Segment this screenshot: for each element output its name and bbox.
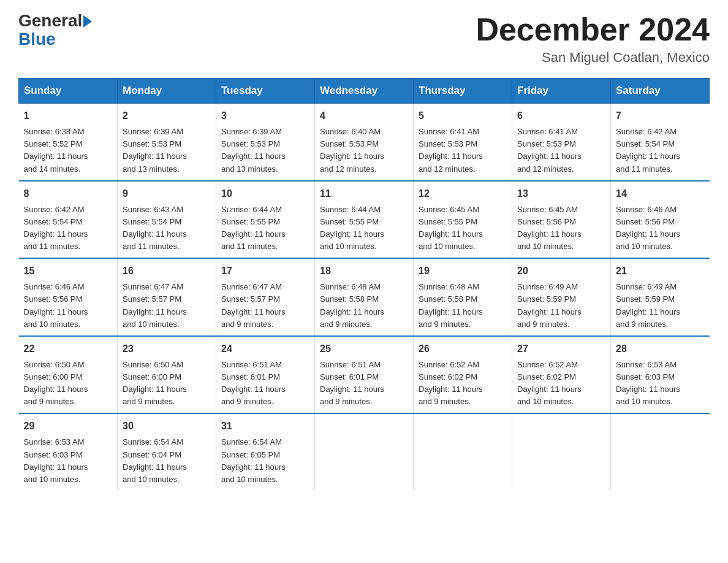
- calendar-cell: 1Sunrise: 6:38 AMSunset: 5:52 PMDaylight…: [19, 104, 118, 181]
- day-info: Sunrise: 6:45 AMSunset: 5:55 PMDaylight:…: [419, 204, 507, 253]
- day-info: Sunrise: 6:50 AMSunset: 6:00 PMDaylight:…: [123, 359, 211, 408]
- calendar-cell: [414, 413, 512, 491]
- logo: General Blue: [18, 12, 92, 49]
- calendar-cell: [611, 413, 710, 491]
- col-wednesday: Wednesday: [315, 79, 414, 104]
- calendar-cell: 10Sunrise: 6:44 AMSunset: 5:55 PMDayligh…: [216, 181, 315, 259]
- day-info: Sunrise: 6:48 AMSunset: 5:58 PMDaylight:…: [320, 281, 408, 331]
- day-info: Sunrise: 6:50 AMSunset: 6:00 PMDaylight:…: [24, 359, 113, 408]
- calendar-cell: 31Sunrise: 6:54 AMSunset: 6:05 PMDayligh…: [216, 413, 315, 491]
- day-number: 29: [24, 419, 113, 434]
- day-number: 13: [517, 186, 605, 201]
- calendar-cell: 12Sunrise: 6:45 AMSunset: 5:55 PMDayligh…: [414, 181, 512, 259]
- day-number: 15: [24, 264, 113, 278]
- day-number: 25: [320, 342, 408, 356]
- day-number: 3: [221, 109, 309, 123]
- page-header: General Blue December 2024 San Miguel Co…: [18, 12, 710, 66]
- day-info: Sunrise: 6:54 AMSunset: 6:04 PMDaylight:…: [123, 436, 211, 486]
- day-info: Sunrise: 6:46 AMSunset: 5:56 PMDaylight:…: [616, 204, 705, 253]
- day-info: Sunrise: 6:39 AMSunset: 5:53 PMDaylight:…: [123, 126, 211, 175]
- day-number: 9: [123, 186, 211, 201]
- calendar-cell: 29Sunrise: 6:53 AMSunset: 6:03 PMDayligh…: [19, 413, 118, 491]
- location-title: San Miguel Coatlan, Mexico: [476, 50, 710, 66]
- calendar-week-1: 1Sunrise: 6:38 AMSunset: 5:52 PMDaylight…: [19, 104, 710, 181]
- calendar-header: Sunday Monday Tuesday Wednesday Thursday…: [19, 79, 710, 104]
- day-info: Sunrise: 6:44 AMSunset: 5:55 PMDaylight:…: [320, 204, 408, 253]
- calendar-week-3: 15Sunrise: 6:46 AMSunset: 5:56 PMDayligh…: [19, 258, 710, 336]
- day-info: Sunrise: 6:49 AMSunset: 5:59 PMDaylight:…: [616, 281, 705, 331]
- calendar-cell: 14Sunrise: 6:46 AMSunset: 5:56 PMDayligh…: [611, 181, 710, 259]
- day-number: 18: [320, 264, 408, 278]
- logo-blue: Blue: [18, 29, 92, 49]
- day-number: 1: [24, 109, 113, 123]
- col-thursday: Thursday: [414, 79, 512, 104]
- day-number: 19: [419, 264, 507, 278]
- calendar-cell: 20Sunrise: 6:49 AMSunset: 5:59 PMDayligh…: [512, 258, 611, 336]
- calendar-cell: 25Sunrise: 6:51 AMSunset: 6:01 PMDayligh…: [315, 336, 414, 414]
- calendar-week-5: 29Sunrise: 6:53 AMSunset: 6:03 PMDayligh…: [19, 413, 710, 491]
- day-info: Sunrise: 6:51 AMSunset: 6:01 PMDaylight:…: [221, 359, 309, 408]
- calendar-cell: 3Sunrise: 6:39 AMSunset: 5:53 PMDaylight…: [216, 104, 315, 181]
- day-info: Sunrise: 6:52 AMSunset: 6:02 PMDaylight:…: [419, 359, 507, 408]
- day-number: 11: [320, 186, 408, 201]
- calendar-week-2: 8Sunrise: 6:42 AMSunset: 5:54 PMDaylight…: [19, 181, 710, 259]
- day-number: 14: [616, 186, 705, 201]
- day-number: 2: [123, 109, 211, 123]
- day-number: 8: [24, 186, 113, 201]
- calendar-cell: 22Sunrise: 6:50 AMSunset: 6:00 PMDayligh…: [19, 336, 118, 414]
- day-number: 20: [517, 264, 605, 278]
- day-info: Sunrise: 6:41 AMSunset: 5:53 PMDaylight:…: [517, 126, 605, 175]
- header-row: Sunday Monday Tuesday Wednesday Thursday…: [19, 79, 710, 104]
- calendar-cell: 15Sunrise: 6:46 AMSunset: 5:56 PMDayligh…: [19, 258, 118, 336]
- day-number: 23: [123, 342, 211, 356]
- calendar-cell: 26Sunrise: 6:52 AMSunset: 6:02 PMDayligh…: [414, 336, 512, 414]
- calendar-cell: 4Sunrise: 6:40 AMSunset: 5:53 PMDaylight…: [315, 104, 414, 181]
- day-info: Sunrise: 6:41 AMSunset: 5:53 PMDaylight:…: [419, 126, 507, 175]
- day-info: Sunrise: 6:44 AMSunset: 5:55 PMDaylight:…: [221, 204, 309, 253]
- calendar-cell: 27Sunrise: 6:52 AMSunset: 6:02 PMDayligh…: [512, 336, 611, 414]
- calendar-cell: 17Sunrise: 6:47 AMSunset: 5:57 PMDayligh…: [216, 258, 315, 336]
- day-info: Sunrise: 6:40 AMSunset: 5:53 PMDaylight:…: [320, 126, 408, 175]
- day-info: Sunrise: 6:39 AMSunset: 5:53 PMDaylight:…: [221, 126, 309, 175]
- title-block: December 2024 San Miguel Coatlan, Mexico: [476, 12, 710, 66]
- day-number: 7: [616, 109, 705, 123]
- calendar-cell: 11Sunrise: 6:44 AMSunset: 5:55 PMDayligh…: [315, 181, 414, 259]
- calendar-week-4: 22Sunrise: 6:50 AMSunset: 6:00 PMDayligh…: [19, 336, 710, 414]
- calendar-cell: 6Sunrise: 6:41 AMSunset: 5:53 PMDaylight…: [512, 104, 611, 181]
- day-number: 6: [517, 109, 605, 123]
- col-saturday: Saturday: [611, 79, 710, 104]
- calendar-table: Sunday Monday Tuesday Wednesday Thursday…: [18, 78, 710, 491]
- day-number: 26: [419, 342, 507, 356]
- day-info: Sunrise: 6:38 AMSunset: 5:52 PMDaylight:…: [24, 126, 113, 175]
- day-number: 22: [24, 342, 113, 356]
- logo-general: General: [18, 12, 82, 29]
- calendar-cell: 13Sunrise: 6:45 AMSunset: 5:56 PMDayligh…: [512, 181, 611, 259]
- day-number: 10: [221, 186, 309, 201]
- day-number: 31: [221, 419, 309, 434]
- month-title: December 2024: [476, 12, 710, 47]
- col-tuesday: Tuesday: [216, 79, 315, 104]
- day-info: Sunrise: 6:45 AMSunset: 5:56 PMDaylight:…: [517, 204, 605, 253]
- day-info: Sunrise: 6:47 AMSunset: 5:57 PMDaylight:…: [221, 281, 309, 331]
- calendar-cell: 21Sunrise: 6:49 AMSunset: 5:59 PMDayligh…: [611, 258, 710, 336]
- day-info: Sunrise: 6:48 AMSunset: 5:58 PMDaylight:…: [419, 281, 507, 331]
- day-number: 16: [123, 264, 211, 278]
- day-number: 24: [221, 342, 309, 356]
- day-info: Sunrise: 6:42 AMSunset: 5:54 PMDaylight:…: [24, 204, 113, 253]
- day-info: Sunrise: 6:54 AMSunset: 6:05 PMDaylight:…: [221, 436, 309, 486]
- day-info: Sunrise: 6:53 AMSunset: 6:03 PMDaylight:…: [616, 359, 705, 408]
- calendar-cell: 18Sunrise: 6:48 AMSunset: 5:58 PMDayligh…: [315, 258, 414, 336]
- calendar-cell: 28Sunrise: 6:53 AMSunset: 6:03 PMDayligh…: [611, 336, 710, 414]
- day-number: 28: [616, 342, 705, 356]
- calendar-cell: 30Sunrise: 6:54 AMSunset: 6:04 PMDayligh…: [118, 413, 216, 491]
- calendar-cell: 2Sunrise: 6:39 AMSunset: 5:53 PMDaylight…: [118, 104, 216, 181]
- day-info: Sunrise: 6:49 AMSunset: 5:59 PMDaylight:…: [517, 281, 605, 331]
- calendar-cell: [315, 413, 414, 491]
- day-number: 12: [419, 186, 507, 201]
- day-number: 30: [123, 419, 211, 434]
- day-info: Sunrise: 6:47 AMSunset: 5:57 PMDaylight:…: [123, 281, 211, 331]
- day-info: Sunrise: 6:52 AMSunset: 6:02 PMDaylight:…: [517, 359, 605, 408]
- calendar-cell: 19Sunrise: 6:48 AMSunset: 5:58 PMDayligh…: [414, 258, 512, 336]
- day-info: Sunrise: 6:42 AMSunset: 5:54 PMDaylight:…: [616, 126, 705, 175]
- calendar-cell: [512, 413, 611, 491]
